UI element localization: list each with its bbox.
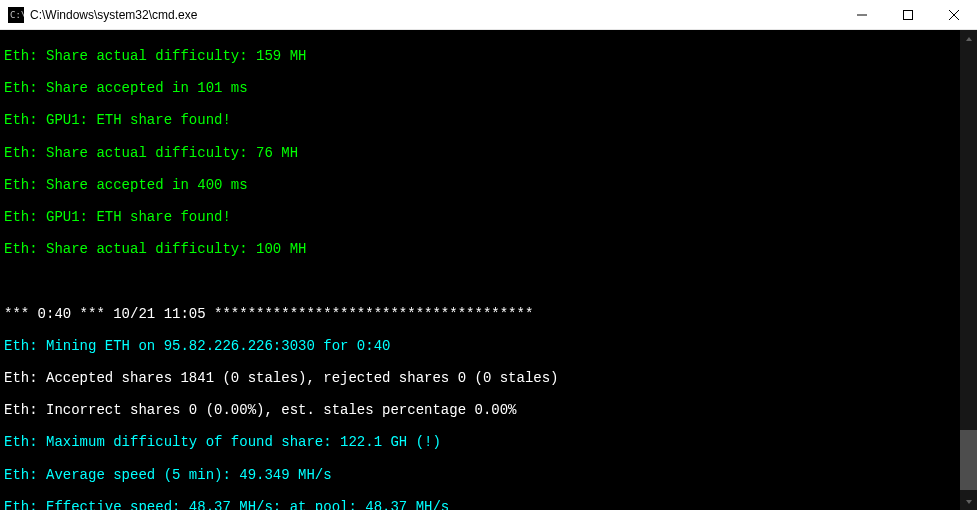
log-line: Eth: Share accepted in 400 ms xyxy=(4,177,956,193)
scrollbar-down-button[interactable] xyxy=(960,493,977,510)
blank-line xyxy=(4,273,956,289)
log-line: Eth: Share actual difficulty: 100 MH xyxy=(4,241,956,257)
window-title: C:\Windows\system32\cmd.exe xyxy=(30,8,839,22)
vertical-scrollbar[interactable] xyxy=(960,30,977,510)
log-line: Eth: Incorrect shares 0 (0.00%), est. st… xyxy=(4,402,956,418)
log-line: Eth: GPU1: ETH share found! xyxy=(4,112,956,128)
minimize-button[interactable] xyxy=(839,0,885,29)
log-line: Eth: Mining ETH on 95.82.226.226:3030 fo… xyxy=(4,338,956,354)
maximize-button[interactable] xyxy=(885,0,931,29)
terminal-area: Eth: Share actual difficulty: 159 MH Eth… xyxy=(0,30,977,510)
titlebar: C:\ C:\Windows\system32\cmd.exe xyxy=(0,0,977,30)
svg-marker-7 xyxy=(966,37,972,41)
log-line: Eth: Accepted shares 1841 (0 stales), re… xyxy=(4,370,956,386)
terminal-output[interactable]: Eth: Share actual difficulty: 159 MH Eth… xyxy=(0,30,960,510)
scrollbar-up-button[interactable] xyxy=(960,30,977,47)
log-line-header: *** 0:40 *** 10/21 11:05 ***************… xyxy=(4,306,956,322)
cmd-window: C:\ C:\Windows\system32\cmd.exe Eth: Sha… xyxy=(0,0,977,510)
svg-rect-4 xyxy=(904,10,913,19)
close-button[interactable] xyxy=(931,0,977,29)
log-line: Eth: Share actual difficulty: 76 MH xyxy=(4,145,956,161)
scrollbar-thumb[interactable] xyxy=(960,430,977,490)
svg-text:C:\: C:\ xyxy=(10,10,24,20)
log-line: Eth: Share accepted in 101 ms xyxy=(4,80,956,96)
log-line: Eth: Average speed (5 min): 49.349 MH/s xyxy=(4,467,956,483)
log-line: Eth: Maximum difficulty of found share: … xyxy=(4,434,956,450)
log-line: Eth: Effective speed: 48.37 MH/s; at poo… xyxy=(4,499,956,510)
window-controls xyxy=(839,0,977,29)
svg-marker-8 xyxy=(966,500,972,504)
log-line: Eth: Share actual difficulty: 159 MH xyxy=(4,48,956,64)
log-line: Eth: GPU1: ETH share found! xyxy=(4,209,956,225)
cmd-icon: C:\ xyxy=(8,7,24,23)
